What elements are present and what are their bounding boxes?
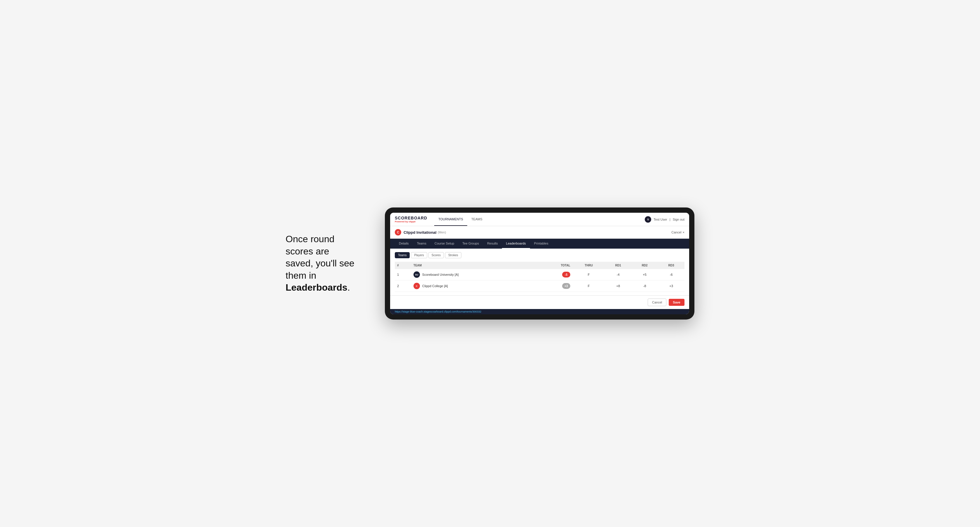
tab-leaderboards[interactable]: Leaderboards [502,239,530,249]
team-1-rd2: +5 [632,269,658,281]
tournament-gender: (Men) [438,230,446,234]
nav-teams[interactable]: TEAMS [467,213,487,226]
team-2-total: +3 [537,281,573,292]
nav-links: TOURNAMENTS TEAMS [434,213,487,226]
status-url: https://stage-blue-coach.stagescoarboard… [395,310,481,313]
team-2-rd2: -8 [632,281,658,292]
desc-line4: them in [286,270,316,281]
team-1-total: -5 [537,269,573,281]
team-1: SU Scoreboard University [A] [414,271,535,278]
desc-line5-bold: Leaderboards [286,282,347,293]
team-2-logo: C [414,283,420,289]
team-2-name: Clippd College [A] [422,284,448,288]
col-rank: # [395,262,411,269]
team-2: C Clippd College [A] [414,283,535,289]
user-avatar: S [645,216,651,223]
tablet-device: SCOREBOARD Powered by clippd TOURNAMENTS… [385,208,694,319]
footer-save-button[interactable]: Save [669,299,684,306]
team-1-rd3: -6 [658,269,684,281]
nav-right: S Test User | Sign out [645,216,684,223]
toggle-strokes[interactable]: Strokes [445,252,461,258]
status-bar: https://stage-blue-coach.stagescoarboard… [390,309,689,314]
tournament-icon: C [395,229,401,235]
top-nav: SCOREBOARD Powered by clippd TOURNAMENTS… [390,213,689,226]
col-rd1: RD1 [605,262,632,269]
team-2-rd1: +8 [605,281,632,292]
logo-area: SCOREBOARD Powered by clippd [395,216,427,223]
table-row: 1 SU Scoreboard University [A] -5 F [395,269,684,281]
col-thru: THRU [573,262,605,269]
team-1-score-badge: -5 [562,271,570,278]
footer-cancel-button[interactable]: Cancel [648,298,667,306]
leaderboard-table: # TEAM TOTAL THRU RD1 RD2 RD3 1 [395,262,684,292]
team-2-score-badge: +3 [562,283,570,289]
tab-results[interactable]: Results [483,239,502,249]
separator: | [670,218,670,221]
tab-printables[interactable]: Printables [530,239,552,249]
toggle-teams[interactable]: Teams [395,252,410,258]
tournament-name: Clippd Invitational [404,230,437,235]
table-header-row: # TEAM TOTAL THRU RD1 RD2 RD3 [395,262,684,269]
team-2-rd3: +3 [658,281,684,292]
toggle-group: Teams Players Scores Strokes [395,252,684,258]
logo-text: SCOREBOARD [395,216,427,220]
tab-tee-groups[interactable]: Tee Groups [458,239,483,249]
team-1-cell: SU Scoreboard University [A] [411,269,537,281]
team-1-thru: F [573,269,605,281]
rank-1: 1 [395,269,411,281]
nav-tournaments[interactable]: TOURNAMENTS [434,213,467,226]
team-1-logo: SU [414,271,420,278]
col-total: TOTAL [537,262,573,269]
team-1-name: Scoreboard University [A] [422,273,459,276]
tab-teams[interactable]: Teams [413,239,430,249]
tablet-screen: SCOREBOARD Powered by clippd TOURNAMENTS… [390,213,689,314]
team-2-thru: F [573,281,605,292]
page-wrapper: Once round scores are saved, you'll see … [286,208,694,319]
left-description: Once round scores are saved, you'll see … [286,233,368,294]
desc-line1: Once round [286,234,334,244]
sign-out-link[interactable]: Sign out [673,218,684,221]
tab-details[interactable]: Details [395,239,413,249]
logo-powered: Powered by clippd [395,220,427,223]
tab-course-setup[interactable]: Course Setup [430,239,458,249]
table-row: 2 C Clippd College [A] +3 F [395,281,684,292]
content-area: Teams Players Scores Strokes # TEAM TOTA… [390,249,689,295]
cancel-x-button[interactable]: Cancel × [671,230,684,234]
desc-line2: scores are [286,246,329,257]
footer: Cancel Save [390,295,689,309]
col-rd2: RD2 [632,262,658,269]
toggle-players[interactable]: Players [411,252,427,258]
sub-nav: Details Teams Course Setup Tee Groups Re… [390,239,689,249]
rank-2: 2 [395,281,411,292]
desc-line3: saved, you'll see [286,258,355,268]
team-1-rd1: -4 [605,269,632,281]
col-rd3: RD3 [658,262,684,269]
tournament-header: C Clippd Invitational (Men) Cancel × [390,226,689,239]
col-team: TEAM [411,262,537,269]
user-name: Test User [654,218,667,221]
toggle-scores[interactable]: Scores [428,252,444,258]
team-2-cell: C Clippd College [A] [411,281,537,292]
